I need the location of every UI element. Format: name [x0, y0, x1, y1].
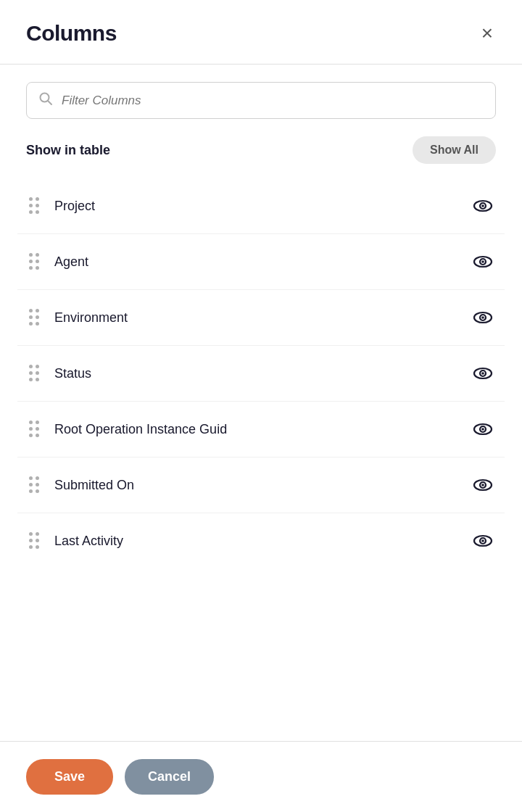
eye-icon — [473, 196, 493, 216]
drag-dot — [36, 309, 39, 312]
drag-dot — [29, 420, 33, 424]
drag-handle[interactable] — [26, 194, 43, 218]
drag-dot — [36, 476, 39, 480]
drag-dot — [36, 489, 39, 493]
drag-dot — [29, 309, 33, 312]
drag-dot — [29, 197, 33, 201]
drag-dot — [36, 539, 39, 542]
drag-dot — [29, 365, 33, 368]
cancel-button[interactable]: Cancel — [125, 759, 214, 795]
visibility-toggle-last-activity[interactable] — [470, 528, 496, 554]
section-title: Show in table — [26, 143, 110, 158]
drag-dot — [36, 420, 39, 424]
svg-line-1 — [48, 101, 51, 104]
drag-dot — [36, 197, 39, 201]
list-item: Environment — [17, 290, 505, 346]
drag-dot — [36, 378, 39, 381]
drag-dot — [29, 532, 33, 536]
drag-dot — [36, 260, 39, 263]
visibility-toggle-project[interactable] — [470, 193, 496, 219]
drag-dot — [36, 434, 39, 437]
drag-dot — [36, 204, 39, 207]
column-name-environment: Environment — [54, 310, 458, 326]
drag-dot — [29, 476, 33, 480]
eye-icon — [473, 531, 493, 551]
svg-point-22 — [481, 539, 484, 542]
column-name-agent: Agent — [54, 254, 458, 270]
list-item: Submitted On — [17, 457, 505, 513]
drag-dot — [36, 210, 39, 214]
drag-dot — [29, 253, 33, 257]
modal-title: Columns — [26, 21, 117, 46]
visibility-toggle-submitted-on[interactable] — [470, 472, 496, 498]
section-header: Show in table Show All — [0, 136, 522, 178]
drag-handle[interactable] — [26, 362, 43, 385]
drag-dot — [36, 545, 39, 549]
column-name-status: Status — [54, 366, 458, 381]
drag-dot — [29, 427, 33, 431]
eye-icon — [473, 252, 493, 272]
drag-dot — [29, 371, 33, 375]
drag-dot — [36, 427, 39, 431]
list-item: Status — [17, 346, 505, 402]
svg-point-16 — [481, 428, 484, 431]
show-all-button[interactable]: Show All — [413, 136, 496, 164]
drag-handle[interactable] — [26, 418, 43, 441]
drag-handle[interactable] — [26, 306, 43, 329]
header-divider — [0, 64, 522, 65]
drag-handle[interactable] — [26, 529, 43, 552]
search-input[interactable] — [62, 94, 484, 108]
search-container — [0, 82, 522, 136]
visibility-toggle-status[interactable] — [470, 360, 496, 386]
drag-dot — [36, 253, 39, 257]
search-icon — [38, 91, 53, 109]
eye-icon — [473, 363, 493, 384]
eye-icon — [473, 475, 493, 495]
drag-dot — [29, 322, 33, 326]
save-button[interactable]: Save — [26, 759, 113, 795]
drag-dot — [29, 483, 33, 486]
drag-dot — [29, 434, 33, 437]
list-item: Agent — [17, 234, 505, 290]
column-name-submitted-on: Submitted On — [54, 478, 458, 493]
drag-dot — [29, 266, 33, 270]
list-item: Root Operation Instance Guid — [17, 402, 505, 457]
column-list: Project Agent Environment Status — [0, 178, 522, 741]
drag-handle[interactable] — [26, 473, 43, 497]
svg-point-4 — [481, 204, 484, 207]
drag-dot — [29, 210, 33, 214]
drag-dot — [36, 315, 39, 319]
drag-dot — [29, 378, 33, 381]
modal-header: Columns × — [0, 0, 522, 64]
drag-dot — [36, 322, 39, 326]
drag-dot — [29, 489, 33, 493]
column-name-root-operation: Root Operation Instance Guid — [54, 422, 458, 437]
drag-dot — [29, 204, 33, 207]
column-name-project: Project — [54, 199, 458, 214]
visibility-toggle-agent[interactable] — [470, 249, 496, 275]
drag-handle[interactable] — [26, 250, 43, 273]
drag-dot — [36, 371, 39, 375]
list-item: Last Activity — [17, 513, 505, 568]
drag-dot — [29, 545, 33, 549]
drag-dot — [29, 315, 33, 319]
eye-icon — [473, 307, 493, 328]
drag-dot — [36, 483, 39, 486]
svg-point-13 — [481, 372, 484, 375]
column-name-last-activity: Last Activity — [54, 534, 458, 549]
close-icon: × — [481, 23, 493, 44]
drag-dot — [36, 365, 39, 368]
list-item: Project — [17, 178, 505, 234]
drag-dot — [29, 539, 33, 542]
visibility-toggle-environment[interactable] — [470, 304, 496, 331]
svg-point-10 — [481, 316, 484, 319]
drag-dot — [36, 532, 39, 536]
drag-dot — [36, 266, 39, 270]
visibility-toggle-root-operation[interactable] — [470, 416, 496, 442]
svg-point-19 — [481, 484, 484, 486]
svg-point-7 — [481, 260, 484, 263]
search-box — [26, 82, 496, 119]
close-button[interactable]: × — [478, 20, 496, 46]
columns-modal: Columns × Show in table Show All Project — [0, 0, 522, 812]
modal-footer: Save Cancel — [0, 741, 522, 812]
